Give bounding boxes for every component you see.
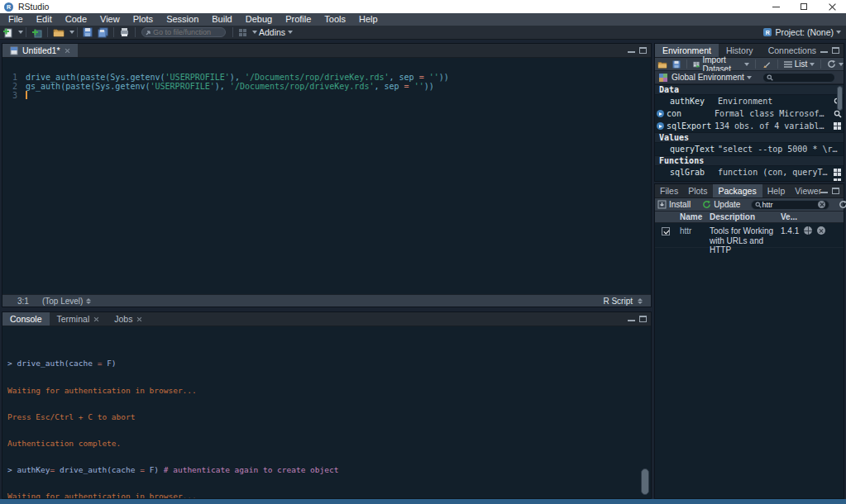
menu-help[interactable]: Help: [352, 13, 385, 26]
addins-grid-caret-icon[interactable]: [252, 31, 257, 34]
column-description[interactable]: Description: [710, 212, 755, 221]
clear-search-icon[interactable]: [818, 201, 825, 208]
tab-packages[interactable]: Packages: [713, 184, 762, 197]
pane-minimize-icon[interactable]: [820, 188, 828, 194]
close-button[interactable]: [818, 0, 846, 13]
console-line: Waiting for authentication in browser...: [7, 387, 651, 396]
menu-view[interactable]: View: [93, 13, 127, 26]
list-view-button[interactable]: List: [781, 58, 818, 70]
print-button[interactable]: [117, 26, 132, 39]
package-loaded-checkbox[interactable]: [662, 227, 670, 235]
save-all-button[interactable]: [95, 26, 111, 39]
refresh-packages-button[interactable]: [836, 198, 846, 211]
column-version[interactable]: Ve...: [781, 212, 797, 221]
pane-maximize-icon[interactable]: [832, 47, 839, 54]
maximize-button[interactable]: [790, 0, 818, 13]
tab-jobs[interactable]: Jobs: [107, 312, 150, 326]
environment-search[interactable]: [762, 73, 835, 83]
pane-maximize-icon[interactable]: [832, 188, 839, 194]
tab-help[interactable]: Help: [762, 184, 791, 197]
refresh-environment-button[interactable]: [824, 58, 839, 70]
global-env-selector[interactable]: Global Environment: [672, 73, 744, 82]
tab-close-icon[interactable]: [93, 316, 99, 322]
file-type-selector[interactable]: R Script: [603, 297, 633, 306]
minimize-button[interactable]: [762, 0, 790, 13]
package-row-httr[interactable]: httr Tools for Working with URLs and HTT…: [655, 223, 844, 248]
pane-maximize-icon[interactable]: [639, 47, 647, 54]
new-project-icon: [31, 27, 42, 38]
view-table-icon[interactable]: [831, 122, 844, 130]
pane-maximize-icon[interactable]: [639, 316, 647, 322]
expand-icon[interactable]: [657, 122, 664, 130]
global-env-caret-icon[interactable]: [747, 76, 752, 79]
open-file-button[interactable]: [50, 26, 67, 39]
clear-environment-button[interactable]: [759, 58, 774, 70]
new-file-caret-icon[interactable]: [18, 31, 23, 34]
tab-files[interactable]: Files: [655, 184, 683, 197]
addins-menu[interactable]: Addins: [259, 27, 285, 37]
pane-minimize-icon[interactable]: [628, 316, 635, 322]
menu-tools[interactable]: Tools: [318, 13, 352, 26]
addins-caret-icon[interactable]: [288, 31, 293, 34]
tab-untitled1[interactable]: Untitled1*: [2, 44, 78, 57]
open-file-caret-icon[interactable]: [69, 31, 74, 34]
package-website-icon[interactable]: [804, 226, 812, 235]
pane-minimize-icon[interactable]: [820, 47, 828, 54]
view-function-icon[interactable]: [831, 169, 844, 176]
menu-code[interactable]: Code: [59, 13, 93, 26]
save-button[interactable]: [80, 26, 95, 39]
env-var-name: queryText: [670, 145, 718, 154]
menu-file[interactable]: File: [2, 13, 30, 26]
column-name[interactable]: Name: [680, 212, 702, 221]
package-remove-icon[interactable]: [817, 226, 825, 235]
new-project-button[interactable]: [29, 26, 45, 39]
environment-search-input[interactable]: [773, 74, 831, 82]
code-editor[interactable]: 1drive_auth(paste(Sys.getenv('USERPROFIL…: [2, 71, 651, 294]
file-type-caret-icon[interactable]: [638, 298, 643, 304]
tab-plots[interactable]: Plots: [683, 184, 712, 197]
tab-connections[interactable]: Connections: [761, 44, 824, 57]
load-workspace-button[interactable]: [655, 58, 670, 70]
env-row-querytext[interactable]: queryText "select --top 5000 * \r…: [655, 143, 844, 155]
project-menu[interactable]: R Project: (None): [763, 27, 841, 37]
package-name[interactable]: httr: [680, 226, 691, 235]
console-output[interactable]: > drive_auth(cache = F) Waiting for auth…: [2, 340, 651, 498]
tab-close-icon[interactable]: [136, 316, 142, 322]
install-button[interactable]: Install: [655, 198, 693, 211]
env-row-con[interactable]: con Formal class Microsof…: [655, 107, 844, 120]
packages-search-input[interactable]: [762, 201, 818, 209]
menu-build[interactable]: Build: [205, 13, 238, 26]
menu-debug[interactable]: Debug: [239, 13, 279, 26]
env-row-sqlgrab[interactable]: sqlGrab function (con, queryT…: [655, 166, 844, 178]
line-number: 1: [2, 73, 26, 82]
env-row-sqlexport[interactable]: sqlExport 134 obs. of 4 variabl…: [655, 120, 844, 132]
import-dataset-button[interactable]: Import Dataset: [691, 58, 752, 70]
update-button[interactable]: Update: [700, 198, 743, 211]
goto-file-search[interactable]: [141, 27, 226, 37]
tab-console[interactable]: Console: [2, 312, 50, 326]
menu-session[interactable]: Session: [160, 13, 205, 26]
pane-minimize-icon[interactable]: [628, 47, 635, 54]
new-file-button[interactable]: [0, 26, 16, 39]
scope-selector-icon[interactable]: [86, 298, 91, 304]
tab-close-icon[interactable]: [65, 48, 70, 54]
tab-terminal[interactable]: Terminal: [50, 312, 108, 326]
goto-file-input[interactable]: [153, 28, 221, 36]
menu-edit[interactable]: Edit: [30, 13, 59, 26]
environment-scrollbar[interactable]: [837, 86, 843, 111]
env-row-authkey[interactable]: authKey Environment: [655, 95, 844, 107]
menu-profile[interactable]: Profile: [279, 13, 318, 26]
addins-grid-button[interactable]: [236, 26, 250, 39]
expand-icon[interactable]: [657, 110, 664, 117]
packages-search[interactable]: [751, 200, 829, 210]
scope-indicator[interactable]: (Top Level): [42, 297, 83, 306]
broom-icon: [762, 59, 772, 69]
save-workspace-button[interactable]: [670, 58, 683, 70]
env-section-data: Data: [655, 84, 844, 95]
refresh-caret-icon[interactable]: [839, 63, 844, 66]
inspect-icon[interactable]: [831, 110, 844, 118]
menu-plots[interactable]: Plots: [127, 13, 160, 26]
tab-label: Plots: [688, 186, 707, 196]
console-scrollbar[interactable]: [641, 468, 649, 495]
save-icon: [672, 60, 681, 69]
